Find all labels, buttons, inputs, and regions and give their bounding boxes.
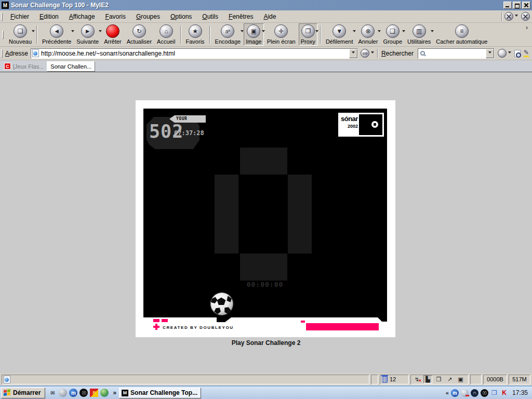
menu-favoris[interactable]: Favoris — [100, 11, 131, 22]
system-tray: « m∩☉❒K 17:35 — [444, 389, 531, 397]
pink-plus-icon — [153, 324, 159, 330]
dropdown-arrow-icon[interactable] — [32, 30, 35, 34]
address-input[interactable]: http://moose.he.net/~sonarr/sonarchallen… — [41, 50, 349, 57]
skin-globe-button[interactable] — [504, 12, 513, 21]
search-dropdown-button[interactable] — [486, 49, 494, 58]
toolbar-proxy-button[interactable]: ❐Proxy — [299, 23, 317, 46]
toolbar-defilement-button[interactable]: ▼Défilement — [324, 23, 355, 46]
dropdown-arrow-icon[interactable] — [515, 15, 518, 18]
trash-panel[interactable]: 12 — [380, 375, 409, 384]
toolbar-annuler-button[interactable]: ⊗Annuler — [356, 23, 380, 46]
toolbar-utilitaires-button[interactable]: ▥Utilitaires — [405, 23, 433, 46]
x-glyph-icon — [523, 14, 528, 19]
separator — [320, 26, 321, 44]
outlook-express-icon[interactable]: ✉ — [48, 389, 57, 397]
address-dropdown-button[interactable] — [349, 49, 357, 58]
highlighter-icon: ✎ — [524, 49, 529, 57]
maxthon-tray-icon[interactable]: m — [451, 389, 459, 397]
toolbar-precedente-button[interactable]: ◄Précédente — [40, 23, 73, 46]
toolbar-grip[interactable] — [2, 31, 4, 39]
toolbar-favoris-button[interactable]: ★Favoris — [184, 23, 207, 46]
steam-tray-icon[interactable]: ☉ — [481, 389, 488, 397]
tab-sonar-challen[interactable]: Sonar Challen... — [47, 61, 95, 72]
external-arrow-icon[interactable]: ↗ — [445, 375, 454, 383]
goal-tile-left — [215, 175, 238, 254]
taskbar: Démarrer ✉m☉R » M Sonar Challenge Top...… — [0, 385, 532, 399]
menu-options[interactable]: Options — [165, 11, 197, 22]
toolbar-actualiser-button[interactable]: ↻Actualiser — [125, 23, 154, 46]
network-tray-icon[interactable]: ❒ — [490, 389, 498, 397]
play-link[interactable]: Play Sonar Challenge 2 — [0, 339, 532, 347]
dropdown-arrow-icon[interactable] — [315, 30, 318, 34]
tab-jeux-flas[interactable]: C[Jeux Flas... — [1, 61, 47, 71]
task-button[interactable]: M Sonar Challenge Top... — [119, 388, 201, 398]
annuler-icon: ⊗ — [361, 24, 375, 38]
menu-fenetres[interactable]: Fenêtres — [223, 11, 258, 22]
clock: 17:35 — [510, 389, 528, 396]
menu-fichier[interactable]: Fichier — [5, 11, 34, 22]
document-icon — [4, 376, 10, 383]
toolbar-cacher-automatique-button[interactable]: ≡Cacher automatique — [434, 23, 489, 46]
menu-edition[interactable]: Edition — [34, 11, 64, 22]
steam-icon[interactable]: ☉ — [79, 389, 88, 397]
menu-aide[interactable]: Aide — [258, 11, 281, 22]
game-area[interactable]: YOUR SCORE: 502 07:37:28 sónar 2002 00: — [143, 109, 387, 317]
menu-affichage[interactable]: Affichage — [64, 11, 100, 22]
toolbar-encodage-button[interactable]: aªEncodage — [213, 23, 243, 46]
toolbar-plein-ecran-button[interactable]: ✛Plein écran — [265, 23, 298, 46]
dropdown-arrow-icon[interactable] — [508, 51, 511, 55]
toolbar-arreter-button[interactable]: Arrêter — [102, 23, 124, 46]
close-button[interactable] — [522, 2, 530, 9]
tab-label: Sonar Challen... — [50, 63, 91, 70]
go-button[interactable]: GO — [361, 49, 369, 58]
toolbar-grip[interactable] — [1, 12, 3, 21]
highlight-button[interactable]: ✎ — [524, 49, 529, 57]
find-on-page-button[interactable] — [514, 50, 521, 57]
menu-outils[interactable]: Outils — [197, 11, 223, 22]
toolbar-nouveau-button[interactable]: ❏Nouveau — [7, 23, 34, 46]
kaspersky-tray-icon[interactable]: K — [500, 389, 508, 397]
logo-ball-cell — [360, 114, 382, 135]
search-combo[interactable] — [418, 48, 495, 59]
ball-shadow-notch — [217, 317, 231, 322]
new-window-icon[interactable]: ❒ — [434, 375, 443, 383]
menu-groupes[interactable]: Groupes — [131, 11, 165, 22]
accueil-icon: ⌂ — [159, 24, 173, 38]
pink-action-bar[interactable] — [306, 323, 379, 330]
minimize-button[interactable] — [503, 2, 512, 9]
toolbar-button-label: Image — [246, 38, 262, 45]
toolbar-accueil-button[interactable]: ⌂Accueil — [155, 23, 177, 46]
no-connection-icon[interactable]: ↯✕ — [413, 375, 421, 383]
start-button[interactable]: Démarrer — [1, 388, 45, 398]
toolbar-overflow-chevron[interactable]: › — [526, 23, 531, 31]
game-icon[interactable]: R — [90, 389, 98, 397]
maxthon-icon[interactable]: m — [69, 389, 77, 397]
statusbar: 12 ↯✕▙❒↗▣ 0000B 517M — [0, 373, 532, 385]
toolbar-button-label: Actualiser — [127, 38, 152, 45]
status-main-panel — [2, 375, 369, 384]
memory-value: 517M — [512, 376, 527, 382]
toolbar-suivante-button[interactable]: ►Suivante — [74, 23, 101, 46]
soccer-ball[interactable] — [210, 292, 234, 316]
google-tray-icon[interactable] — [461, 389, 469, 397]
toolbar-groupe-button[interactable]: ❑Groupe — [381, 23, 404, 46]
headphones-tray-icon[interactable]: ∩ — [471, 389, 478, 397]
restore-button[interactable] — [513, 2, 521, 9]
layout-blocks-icon[interactable]: ▙ — [423, 375, 432, 383]
window-title: Sonar Challenge Top 100 - MyIE2 — [11, 2, 502, 9]
globe-icon[interactable] — [59, 389, 67, 397]
toolbar-grip[interactable] — [1, 49, 3, 58]
memory-panel: 517M — [509, 375, 530, 384]
web-search-globe-button[interactable] — [498, 49, 507, 58]
address-combo[interactable]: http://moose.he.net/~sonarr/sonarchallen… — [31, 48, 358, 59]
toolbar-image-button[interactable]: ▣Image — [244, 23, 264, 46]
separator — [36, 26, 37, 44]
dropdown-arrow-icon[interactable] — [371, 51, 374, 55]
titlebar[interactable]: M Sonar Challenge Top 100 - MyIE2 — [0, 0, 532, 10]
toolbar-button-label: Favoris — [186, 38, 205, 45]
tray-collapse-chevron[interactable]: « — [446, 390, 449, 396]
close-all-globe-button[interactable] — [521, 12, 530, 21]
save-icon[interactable]: ▣ — [456, 375, 465, 383]
msn-icon[interactable] — [100, 389, 109, 397]
quick-launch-overflow[interactable]: » — [112, 389, 117, 396]
